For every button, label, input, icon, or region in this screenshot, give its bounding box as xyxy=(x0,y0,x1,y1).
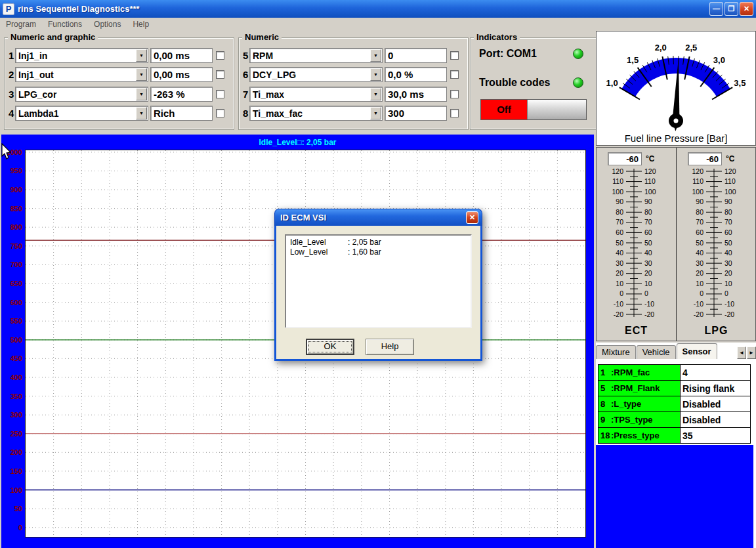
channel-select-dcy-lpg[interactable]: DCY_LPG ▼ xyxy=(249,67,383,82)
lpg-label: LPG xyxy=(677,325,756,337)
svg-text:60: 60 xyxy=(644,228,652,236)
channel-select-inj1-in[interactable]: Inj1_in ▼ xyxy=(15,48,148,63)
numeric-graphic-group: Numeric and graphic 1 Inj1_in ▼ 0,00 ms … xyxy=(4,37,234,130)
channel-checkbox[interactable] xyxy=(450,90,459,98)
channel-value: 0 xyxy=(385,48,447,63)
channel-number: 8 xyxy=(243,108,248,119)
chart-title: Idle_Level□: 2,05 bar xyxy=(1,138,594,147)
table-row[interactable]: 9:TPS_type Disabled xyxy=(598,412,751,428)
channel-value: Rich xyxy=(150,106,213,121)
channel-checkbox[interactable] xyxy=(450,109,459,117)
channel-select-ti-max-fac[interactable]: Ti_max_fac ▼ xyxy=(249,106,383,121)
group-title: Indicators xyxy=(474,32,520,42)
svg-text:80: 80 xyxy=(724,208,732,216)
temperature-panel: -60 °C 120120110110100100909080807070606… xyxy=(596,147,756,341)
chevron-down-icon[interactable]: ▼ xyxy=(370,68,381,81)
param-number: 1 xyxy=(600,368,611,377)
svg-text:0: 0 xyxy=(644,289,648,297)
channel-select-inj1-out[interactable]: Inj1_out ▼ xyxy=(15,67,148,82)
dialog-close-button[interactable]: ✕ xyxy=(466,211,478,224)
close-button[interactable]: ✕ xyxy=(740,2,753,16)
svg-text:120: 120 xyxy=(724,167,736,175)
ok-button[interactable]: OK xyxy=(306,339,354,355)
svg-text:-10: -10 xyxy=(724,300,734,308)
table-row[interactable]: 8:L_type Disabled xyxy=(598,396,751,412)
ect-thermometer: -60 °C 120120110110100100909080807070606… xyxy=(597,148,676,341)
app-icon: P xyxy=(3,3,14,15)
svg-text:1,0: 1,0 xyxy=(606,78,618,88)
svg-text:50: 50 xyxy=(616,239,623,247)
table-row[interactable]: 1:RPM_fac 4 xyxy=(598,365,751,381)
selected-option: DCY_LPG xyxy=(253,70,296,80)
chevron-down-icon[interactable]: ▼ xyxy=(370,49,381,62)
svg-text:90: 90 xyxy=(724,198,732,205)
lpg-value: -60 xyxy=(688,152,722,165)
svg-text:40: 40 xyxy=(616,249,623,257)
chevron-down-icon[interactable]: ▼ xyxy=(370,88,381,100)
param-name: :L_type xyxy=(611,399,641,409)
info-key: Low_Level xyxy=(290,247,348,257)
svg-text:-20: -20 xyxy=(724,310,734,318)
svg-text:100: 100 xyxy=(692,188,704,196)
svg-text:100: 100 xyxy=(612,188,623,196)
param-name: :Press_type xyxy=(611,431,660,440)
title-bar[interactable]: P rins Sequentiel Diagnostics*** — ❐ ✕ xyxy=(0,0,756,18)
chevron-down-icon[interactable]: ▼ xyxy=(136,68,147,81)
channel-number: 4 xyxy=(9,108,14,119)
chevron-down-icon[interactable]: ▼ xyxy=(136,49,147,62)
channel-select-lpg-cor[interactable]: LPG_cor ▼ xyxy=(15,87,148,102)
svg-text:10: 10 xyxy=(616,280,623,287)
channel-select-rpm[interactable]: RPM ▼ xyxy=(249,48,383,63)
menu-help[interactable]: Help xyxy=(127,20,155,29)
channel-select-ti-max[interactable]: Ti_max ▼ xyxy=(249,87,383,102)
table-row[interactable]: 18:Press_type 35 xyxy=(598,428,751,444)
channel-checkbox[interactable] xyxy=(216,70,224,79)
svg-text:-10: -10 xyxy=(644,300,654,308)
y-axis-label: 900 xyxy=(1,186,22,194)
channel-select-lambda1[interactable]: Lambda1 ▼ xyxy=(15,106,148,121)
channel-checkbox[interactable] xyxy=(450,51,459,60)
svg-text:90: 90 xyxy=(644,198,652,205)
y-axis-label: 950 xyxy=(1,167,22,175)
svg-text:100: 100 xyxy=(644,188,656,196)
restore-button[interactable]: ❐ xyxy=(724,2,738,16)
selected-option: Ti_max xyxy=(253,89,284,100)
channel-checkbox[interactable] xyxy=(216,51,224,60)
tab-mixture[interactable]: Mixture xyxy=(596,345,636,359)
channel-value: -263 % xyxy=(150,87,213,102)
off-switch-track[interactable] xyxy=(527,100,586,119)
param-number: 5 xyxy=(600,383,611,393)
svg-text:100: 100 xyxy=(724,188,736,196)
channel-checkbox[interactable] xyxy=(216,90,224,98)
tab-scroll-left-icon[interactable]: ◄ xyxy=(737,347,746,359)
tab-sensor[interactable]: Sensor xyxy=(677,343,717,359)
svg-text:60: 60 xyxy=(696,228,704,236)
help-button[interactable]: Help xyxy=(366,339,414,355)
off-switch-label[interactable]: Off xyxy=(481,100,527,119)
svg-text:30: 30 xyxy=(724,259,732,267)
y-axis-label: 400 xyxy=(1,373,22,381)
y-axis-label: 450 xyxy=(1,354,22,362)
menu-options[interactable]: Options xyxy=(88,20,127,29)
tab-vehicle[interactable]: Vehicle xyxy=(637,345,676,359)
menu-functions[interactable]: Functions xyxy=(42,20,88,29)
svg-text:70: 70 xyxy=(644,218,652,226)
channel-number: 3 xyxy=(9,89,14,100)
table-row[interactable]: 5:RPM_Flank Rising flank xyxy=(598,381,751,396)
chevron-down-icon[interactable]: ▼ xyxy=(136,88,147,100)
tab-scroll-right-icon[interactable]: ► xyxy=(747,347,756,359)
channel-value: 0,00 ms xyxy=(150,67,213,82)
id-ecm-vsi-dialog[interactable]: ID ECM VSI ✕ Idle_Level : 2,05 bar Low_L… xyxy=(274,209,482,361)
off-switch[interactable]: Off xyxy=(480,99,587,120)
channel-checkbox[interactable] xyxy=(216,109,224,117)
channel-value: 0,00 ms xyxy=(150,48,213,63)
info-value: : 2,05 bar xyxy=(348,238,381,247)
y-axis-label: 250 xyxy=(1,430,22,438)
channel-checkbox[interactable] xyxy=(450,70,459,79)
svg-text:40: 40 xyxy=(644,249,652,257)
menu-program[interactable]: Program xyxy=(0,20,42,29)
minimize-button[interactable]: — xyxy=(709,2,723,16)
dialog-title-bar[interactable]: ID ECM VSI ✕ xyxy=(274,209,482,226)
chevron-down-icon[interactable]: ▼ xyxy=(370,107,381,119)
chevron-down-icon[interactable]: ▼ xyxy=(136,107,147,119)
